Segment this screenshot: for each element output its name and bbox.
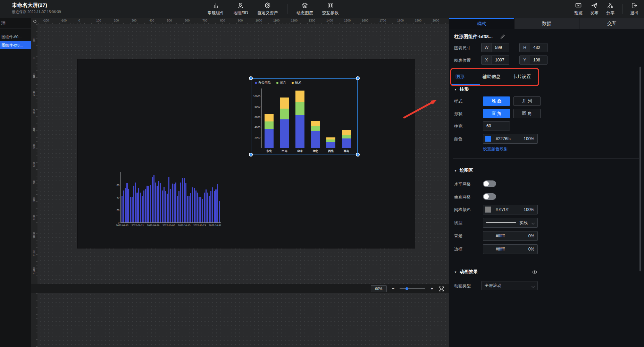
action-share[interactable]: 分享 — [606, 2, 614, 16]
stacked-bar-chart-widget[interactable]: 办公用品家具技术 200040006000800010000东北中南华东华北西北… — [251, 78, 358, 154]
zoom-level-input[interactable]: 60% — [371, 285, 387, 292]
tab-data[interactable]: 数据 — [514, 18, 579, 29]
border-field[interactable]: #ffffff 0% — [483, 244, 538, 254]
action-publish[interactable]: 发布 — [590, 2, 599, 16]
background-row: 背景 #ffffff 0% — [449, 231, 644, 241]
plot-section-header[interactable]: ▼绘图区 — [449, 167, 644, 177]
height-input-group[interactable]: H 432 — [519, 43, 547, 52]
y-value[interactable]: 108 — [530, 56, 547, 64]
histogram-chart-widget[interactable]: 02040602022-09-132022-09-212022-09-29202… — [115, 170, 222, 232]
selection-handle-bottom-right[interactable] — [356, 153, 360, 156]
hruler-label: 500 — [167, 19, 172, 22]
bar-color-field[interactable]: #2276fc 100% — [483, 134, 538, 144]
bar-width-input[interactable]: 60 — [483, 121, 510, 130]
x-input-group[interactable]: X 1007 — [481, 56, 509, 65]
right-angle-button[interactable]: 直 角 — [483, 109, 510, 118]
width-value[interactable]: 599 — [492, 43, 509, 52]
x-value[interactable]: 1007 — [492, 56, 509, 64]
tool-asset[interactable]: 自定义资产 — [257, 2, 278, 16]
tool-layers[interactable]: 动态图层 — [296, 2, 313, 16]
histogram-bar — [143, 191, 144, 222]
grid-color-field[interactable]: #7f7f7f 100% — [483, 205, 538, 214]
selection-handle-top-left[interactable] — [249, 76, 253, 80]
layer-item-0[interactable]: 图组件-60... — [0, 33, 31, 41]
subtab-card-settings[interactable]: 卡片设置 — [513, 74, 531, 80]
side-by-side-button[interactable]: 并 列 — [513, 96, 541, 106]
ruler-refresh-button[interactable] — [31, 18, 38, 24]
action-exit[interactable]: 退出 — [630, 2, 638, 16]
zoom-in-button[interactable]: + — [430, 285, 433, 292]
action-preview[interactable]: 预览 — [574, 2, 583, 16]
chart-position-label: 图表位置 — [454, 56, 471, 65]
histogram-bar — [157, 186, 158, 222]
toolbar-actions: 预览发布分享退出 — [574, 0, 638, 18]
histogram-bar — [150, 185, 151, 222]
chevron-down-icon — [532, 285, 535, 288]
toggle-knob — [484, 194, 489, 199]
chart-icon — [212, 2, 219, 9]
vruler-label: 100 — [32, 71, 36, 81]
animation-section-header[interactable]: ▼动画效果 — [449, 269, 644, 278]
histogram-bar — [180, 183, 181, 222]
color-mapping-link[interactable]: 设置颜色映射 — [483, 145, 508, 153]
subtab-graph[interactable]: 图形 — [455, 74, 465, 80]
tab-interaction[interactable]: 交互 — [579, 18, 644, 29]
vgrid-row: 垂直网格 — [449, 192, 644, 202]
histogram-bar — [202, 199, 203, 222]
hruler-label: 100 — [96, 19, 101, 22]
zoom-slider-knob[interactable] — [405, 287, 408, 290]
tool-params[interactable]: 交互参数 — [322, 2, 339, 16]
vruler-label: 500 — [32, 142, 36, 152]
stacked-bar-segment — [295, 115, 304, 148]
legend-dot — [292, 82, 294, 84]
refresh-icon — [33, 19, 37, 24]
canvas-area[interactable]: -200-10001002003004005006007008009001000… — [31, 18, 449, 347]
layer-list: 图组件-60...图组件-bf3... — [0, 33, 31, 49]
histogram-bar — [168, 177, 169, 222]
eye-icon[interactable] — [532, 269, 537, 275]
layer-item-1[interactable]: 图组件-bf3... — [0, 41, 31, 49]
animation-type-select[interactable]: 全屏滚动 — [481, 281, 538, 290]
selection-handle-top-right[interactable] — [356, 76, 360, 80]
y-input-group[interactable]: Y 108 — [519, 56, 547, 65]
bar-section-title: 柱形 — [460, 86, 469, 92]
horizontal-ruler: -200-10001002003004005006007008009001000… — [38, 18, 449, 24]
bar-shape-label: 形状 — [454, 109, 462, 119]
subtab-aux-info[interactable]: 辅助信息 — [483, 74, 501, 80]
tool-chart[interactable]: 常规组件 — [208, 2, 224, 16]
stacked-bar-segment — [265, 121, 274, 129]
vruler-label: 300 — [32, 106, 36, 117]
hgrid-toggle[interactable] — [483, 180, 496, 187]
hruler-label: 1600 — [362, 19, 368, 22]
height-value[interactable]: 432 — [530, 43, 547, 52]
hruler-label: 1500 — [344, 19, 351, 22]
panel-scrollbar[interactable] — [639, 67, 641, 271]
vgrid-toggle[interactable] — [483, 193, 496, 200]
edit-pencil-icon[interactable] — [500, 34, 505, 39]
bar-style-row: 样式 堆 叠 并 列 — [449, 96, 644, 106]
stacked-bar-segment — [265, 129, 274, 148]
zoom-out-button[interactable]: − — [392, 285, 395, 292]
color-swatch[interactable] — [485, 136, 491, 142]
hruler-label: 1000 — [256, 19, 262, 22]
vruler-label: 0 — [32, 53, 36, 64]
background-field[interactable]: #ffffff 0% — [483, 231, 538, 241]
zoom-slider[interactable] — [400, 285, 425, 292]
layers-header: 理 — [0, 18, 31, 28]
rounded-corner-button[interactable]: 圆 角 — [513, 109, 541, 118]
inspector-tabs: 样式 数据 交互 — [449, 18, 644, 29]
histogram-bar — [126, 183, 127, 222]
selection-handle-bottom-left[interactable] — [249, 153, 253, 156]
legend-label: 办公用品 — [258, 81, 271, 85]
tool-geo[interactable]: 地理/3D — [233, 2, 248, 16]
stacked-button[interactable]: 堆 叠 — [483, 96, 510, 106]
bar-color-row: 颜色 #2276fc 100% — [449, 134, 644, 144]
line-type-select[interactable]: 实线 — [483, 218, 538, 228]
bar-section-header[interactable]: ▼柱形 — [449, 86, 644, 96]
color-swatch[interactable] — [485, 206, 491, 213]
fit-screen-icon[interactable] — [438, 286, 444, 292]
width-input-group[interactable]: W 599 — [481, 43, 509, 52]
vertical-ruler: -100010020030040050060070080090010001100… — [31, 24, 37, 347]
tab-style[interactable]: 样式 — [449, 18, 514, 29]
color-hex-value: #ffffff — [496, 247, 505, 252]
